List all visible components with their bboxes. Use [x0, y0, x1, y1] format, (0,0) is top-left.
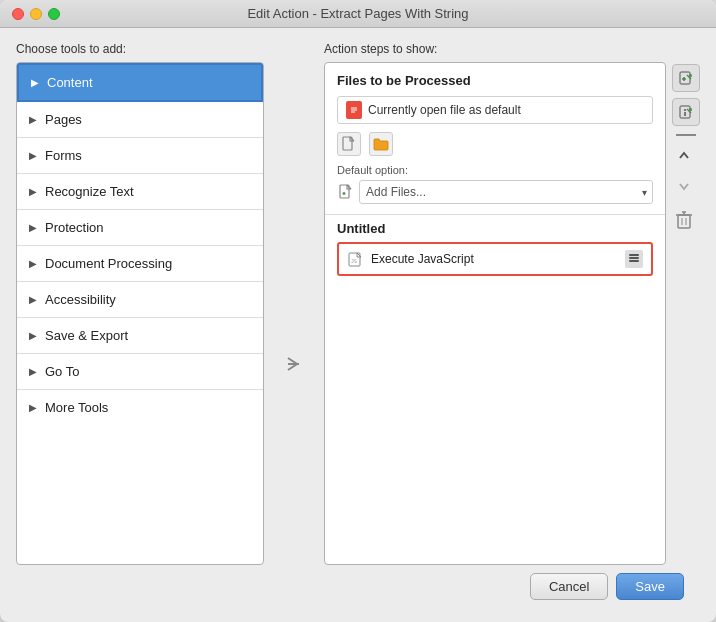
delete-button[interactable] [672, 208, 696, 232]
sidebar-item-label: More Tools [45, 400, 108, 415]
minimize-button[interactable] [30, 8, 42, 20]
save-button[interactable]: Save [616, 573, 684, 600]
right-panel: Action steps to show: Files to be Proces… [324, 42, 700, 565]
add-files-select[interactable]: Add Files... [359, 180, 653, 204]
execute-js-settings-icon[interactable] [625, 250, 643, 268]
bottom-bar: Cancel Save [16, 565, 700, 612]
sidebar-item-label: Pages [45, 112, 82, 127]
chevron-right-icon: ▶ [29, 402, 37, 413]
close-button[interactable] [12, 8, 24, 20]
files-section: Files to be Processed [325, 63, 665, 215]
chevron-right-icon: ▶ [31, 77, 39, 88]
execute-js-icon: JS [347, 250, 365, 268]
sidebar-item-label: Content [47, 75, 93, 90]
files-section-title: Files to be Processed [337, 73, 653, 88]
main-window: Edit Action - Extract Pages With String … [0, 0, 716, 622]
svg-rect-7 [340, 185, 349, 198]
cancel-button[interactable]: Cancel [530, 573, 608, 600]
folder-button[interactable] [369, 132, 393, 156]
window-title: Edit Action - Extract Pages With String [247, 6, 468, 21]
sidebar-item-forms[interactable]: ▶ Forms [17, 138, 263, 174]
currently-open-file-row[interactable]: Currently open file as default [337, 96, 653, 124]
chevron-right-icon: ▶ [29, 114, 37, 125]
sidebar-item-document-processing[interactable]: ▶ Document Processing [17, 246, 263, 282]
right-controls [672, 42, 700, 565]
pdf-icon [346, 101, 362, 119]
sidebar-item-go-to[interactable]: ▶ Go To [17, 354, 263, 390]
sidebar-item-label: Protection [45, 220, 104, 235]
untitled-section: Untitled JS Ex [325, 215, 665, 282]
main-row: Choose tools to add: ▶ Content ▶ Pages ▶… [16, 42, 700, 565]
svg-text:JS: JS [351, 258, 357, 264]
sidebar-item-save-export[interactable]: ▶ Save & Export [17, 318, 263, 354]
controls-divider [676, 134, 696, 136]
sidebar-item-pages[interactable]: ▶ Pages [17, 102, 263, 138]
sidebar-item-protection[interactable]: ▶ Protection [17, 210, 263, 246]
left-panel: Choose tools to add: ▶ Content ▶ Pages ▶… [16, 42, 264, 565]
content-area: Choose tools to add: ▶ Content ▶ Pages ▶… [0, 28, 716, 622]
traffic-lights [12, 8, 60, 20]
chevron-right-icon: ▶ [29, 330, 37, 341]
svg-point-22 [684, 109, 686, 111]
sidebar-item-label: Accessibility [45, 292, 116, 307]
untitled-label: Untitled [337, 221, 653, 236]
tools-list: ▶ Content ▶ Pages ▶ Forms ▶ Recognize Te… [16, 62, 264, 565]
maximize-button[interactable] [48, 8, 60, 20]
svg-rect-14 [629, 257, 639, 259]
default-option-label: Default option: [337, 164, 653, 176]
chevron-right-icon: ▶ [29, 222, 37, 233]
blank-file-button[interactable] [337, 132, 361, 156]
move-up-button[interactable] [672, 144, 696, 168]
sidebar-item-label: Go To [45, 364, 79, 379]
left-panel-label: Choose tools to add: [16, 42, 264, 56]
chevron-right-icon: ▶ [29, 294, 37, 305]
svg-rect-5 [343, 137, 352, 150]
right-panel-label: Action steps to show: [324, 42, 666, 56]
chevron-right-icon: ▶ [29, 150, 37, 161]
add-files-wrapper: Add Files... Add Files... [359, 180, 653, 204]
titlebar: Edit Action - Extract Pages With String [0, 0, 716, 28]
sidebar-item-recognize-text[interactable]: ▶ Recognize Text [17, 174, 263, 210]
sidebar-item-label: Recognize Text [45, 184, 134, 199]
sidebar-item-label: Save & Export [45, 328, 128, 343]
sidebar-item-label: Document Processing [45, 256, 172, 271]
sidebar-item-more-tools[interactable]: ▶ More Tools [17, 390, 263, 425]
move-down-button[interactable] [672, 174, 696, 198]
execute-js-row[interactable]: JS Execute JavaScript [337, 242, 653, 276]
svg-rect-25 [678, 215, 690, 228]
add-step-button[interactable] [672, 64, 700, 92]
sidebar-item-accessibility[interactable]: ▶ Accessibility [17, 282, 263, 318]
action-steps-box: Files to be Processed [324, 62, 666, 565]
add-files-doc-icon [337, 183, 355, 201]
sidebar-item-label: Forms [45, 148, 82, 163]
chevron-right-icon: ▶ [29, 366, 37, 377]
current-file-label: Currently open file as default [368, 103, 521, 117]
add-action-arrow [276, 162, 312, 565]
chevron-right-icon: ▶ [29, 186, 37, 197]
file-buttons [337, 132, 653, 156]
sidebar-item-content[interactable]: ▶ Content [17, 63, 263, 102]
svg-rect-15 [629, 260, 639, 262]
execute-js-label: Execute JavaScript [371, 252, 625, 266]
info-button[interactable] [672, 98, 700, 126]
chevron-right-icon: ▶ [29, 258, 37, 269]
action-steps-container: Action steps to show: Files to be Proces… [324, 42, 666, 565]
svg-rect-17 [680, 72, 690, 84]
add-files-row: Add Files... Add Files... [337, 180, 653, 204]
svg-rect-16 [629, 254, 639, 256]
